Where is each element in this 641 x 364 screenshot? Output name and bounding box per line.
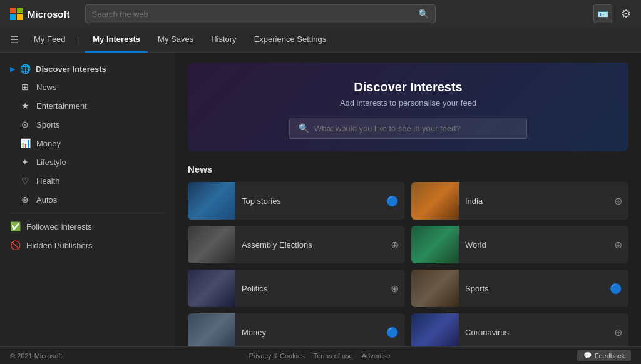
money-icon: 📊 bbox=[20, 138, 30, 148]
footer: © 2021 Microsoft Privacy & Cookies Terms… bbox=[0, 346, 641, 364]
sidebar-autos-label: Autos bbox=[36, 195, 57, 205]
follow-btn-india[interactable]: ⊕ bbox=[614, 195, 622, 207]
sidebar-item-lifestyle[interactable]: ✦ Lifestyle bbox=[0, 153, 175, 171]
feedback-label: Feedback bbox=[595, 352, 625, 360]
followed-icon: ✅ bbox=[10, 221, 20, 231]
discover-search[interactable]: 🔍 bbox=[289, 118, 527, 139]
news-card-coronavirus[interactable]: Coronavirus ⊕ bbox=[411, 313, 628, 346]
news-card-world[interactable]: World ⊕ bbox=[411, 226, 628, 263]
nav-history-label: History bbox=[211, 34, 236, 44]
news-grid: Top stories 🔵 India ⊕ bbox=[188, 182, 628, 346]
microsoft-logo: Microsoft bbox=[10, 8, 70, 20]
sidebar-news-label: News bbox=[36, 83, 57, 92]
follow-btn-assembly[interactable]: ⊕ bbox=[391, 239, 399, 251]
sidebar: ▶ 🌐 Discover Interests ⊞ News ★ Entertai… bbox=[0, 53, 175, 346]
card-body-money: Money 🔵 bbox=[235, 326, 405, 338]
news-card-india[interactable]: India ⊕ bbox=[411, 182, 628, 220]
sidebar-discover-label: Discover Interests bbox=[36, 64, 106, 74]
thumb-img-money bbox=[188, 313, 235, 346]
news-card-politics[interactable]: Politics ⊕ bbox=[188, 270, 405, 307]
nav-mysaves[interactable]: My Saves bbox=[150, 28, 201, 53]
card-title-money: Money bbox=[242, 328, 266, 337]
nav-experience-settings[interactable]: Experience Settings bbox=[247, 28, 334, 53]
hidden-icon: 🚫 bbox=[10, 240, 20, 250]
sidebar-hidden-label: Hidden Publishers bbox=[26, 241, 93, 250]
news-card-assembly[interactable]: Assembly Elections ⊕ bbox=[188, 226, 405, 263]
footer-terms[interactable]: Terms of use bbox=[314, 352, 353, 360]
footer-advertise[interactable]: Advertise bbox=[362, 352, 391, 360]
thumb-money bbox=[188, 313, 235, 346]
settings-gear-button[interactable]: ⚙ bbox=[621, 7, 631, 21]
logo-text: Microsoft bbox=[28, 9, 70, 19]
nav-mysaves-label: My Saves bbox=[158, 34, 193, 44]
sidebar-entertainment-label: Entertainment bbox=[36, 101, 87, 111]
profile-icon-btn[interactable]: 🪪 bbox=[593, 4, 612, 23]
news-section-title: News bbox=[188, 164, 628, 174]
card-title-coronavirus: Coronavirus bbox=[465, 328, 509, 337]
sidebar-hidden-publishers[interactable]: 🚫 Hidden Publishers bbox=[0, 236, 175, 255]
feedback-button[interactable]: 💬 Feedback bbox=[577, 350, 631, 361]
search-icon[interactable]: 🔍 bbox=[418, 9, 429, 19]
follow-btn-world[interactable]: ⊕ bbox=[614, 239, 622, 251]
thumb-img-coronavirus bbox=[411, 313, 459, 346]
thumb-img-sports bbox=[411, 270, 459, 307]
sidebar-item-money[interactable]: 📊 Money bbox=[0, 134, 175, 153]
news-card-money[interactable]: Money 🔵 bbox=[188, 313, 405, 346]
sidebar-lifestyle-label: Lifestyle bbox=[36, 158, 66, 167]
follow-btn-politics[interactable]: ⊕ bbox=[391, 283, 399, 295]
sidebar-followed-interests[interactable]: ✅ Followed interests bbox=[0, 217, 175, 236]
sidebar-item-news[interactable]: ⊞ News bbox=[0, 78, 175, 96]
footer-links: Privacy & Cookies Terms of use Advertise bbox=[249, 352, 390, 360]
nav-history[interactable]: History bbox=[203, 28, 244, 53]
nav-experience-settings-label: Experience Settings bbox=[254, 34, 327, 44]
follow-btn-topstories[interactable]: 🔵 bbox=[386, 195, 399, 207]
sidebar-item-health[interactable]: ♡ Health bbox=[0, 171, 175, 190]
nav-myinterests-label: My Interests bbox=[93, 34, 140, 44]
news-card-sports[interactable]: Sports 🔵 bbox=[411, 270, 628, 307]
entertainment-icon: ★ bbox=[20, 101, 30, 111]
nav-myinterests[interactable]: My Interests bbox=[85, 28, 148, 53]
lifestyle-icon: ✦ bbox=[20, 157, 30, 167]
news-card-topstories[interactable]: Top stories 🔵 bbox=[188, 182, 405, 220]
discover-search-input[interactable] bbox=[314, 124, 518, 133]
card-title-sports: Sports bbox=[465, 284, 489, 293]
nav-separator: | bbox=[78, 35, 81, 45]
nav-myfeed[interactable]: My Feed bbox=[26, 28, 73, 53]
content-area: Discover Interests Add interests to pers… bbox=[175, 53, 641, 346]
follow-btn-coronavirus[interactable]: ⊕ bbox=[614, 326, 622, 338]
sidebar-item-sports[interactable]: ⊙ Sports bbox=[0, 115, 175, 134]
search-bar[interactable]: 🔍 bbox=[85, 4, 436, 23]
footer-privacy[interactable]: Privacy & Cookies bbox=[249, 352, 304, 360]
news-icon: ⊞ bbox=[20, 82, 30, 92]
logo-grid bbox=[10, 8, 23, 20]
main-layout: ▶ 🌐 Discover Interests ⊞ News ★ Entertai… bbox=[0, 53, 641, 346]
card-title-world: World bbox=[465, 240, 486, 250]
thumb-topstories bbox=[188, 182, 235, 220]
sidebar-divider bbox=[10, 213, 165, 213]
hamburger-menu[interactable]: ☰ bbox=[10, 34, 19, 46]
thumb-assembly bbox=[188, 226, 235, 263]
sidebar-discover-header[interactable]: ▶ 🌐 Discover Interests bbox=[0, 60, 175, 78]
card-title-politics: Politics bbox=[242, 284, 267, 293]
follow-btn-money[interactable]: 🔵 bbox=[386, 326, 399, 338]
nav-myfeed-label: My Feed bbox=[34, 34, 66, 44]
autos-icon: ⊛ bbox=[20, 195, 30, 205]
follow-btn-sports[interactable]: 🔵 bbox=[610, 283, 622, 295]
top-right-icons: 🪪 ⚙ bbox=[593, 4, 631, 23]
thumb-coronavirus bbox=[411, 313, 459, 346]
search-input[interactable] bbox=[92, 9, 413, 19]
card-title-india: India bbox=[465, 196, 483, 206]
thumb-img-topstories bbox=[188, 182, 235, 220]
card-body-topstories: Top stories 🔵 bbox=[235, 195, 405, 207]
discover-banner-title: Discover Interests bbox=[200, 80, 616, 94]
sidebar-item-autos[interactable]: ⊛ Autos bbox=[0, 190, 175, 209]
thumb-img-india bbox=[411, 182, 459, 220]
card-title-assembly: Assembly Elections bbox=[242, 240, 312, 250]
discover-banner-subtitle: Add interests to personalise your feed bbox=[200, 98, 616, 108]
thumb-img-politics bbox=[188, 270, 235, 307]
nav-bar: ☰ My Feed | My Interests My Saves Histor… bbox=[0, 28, 641, 53]
card-body-world: World ⊕ bbox=[459, 239, 628, 251]
thumb-world bbox=[411, 226, 459, 263]
sidebar-item-entertainment[interactable]: ★ Entertainment bbox=[0, 96, 175, 115]
sidebar-sports-label: Sports bbox=[36, 120, 60, 129]
